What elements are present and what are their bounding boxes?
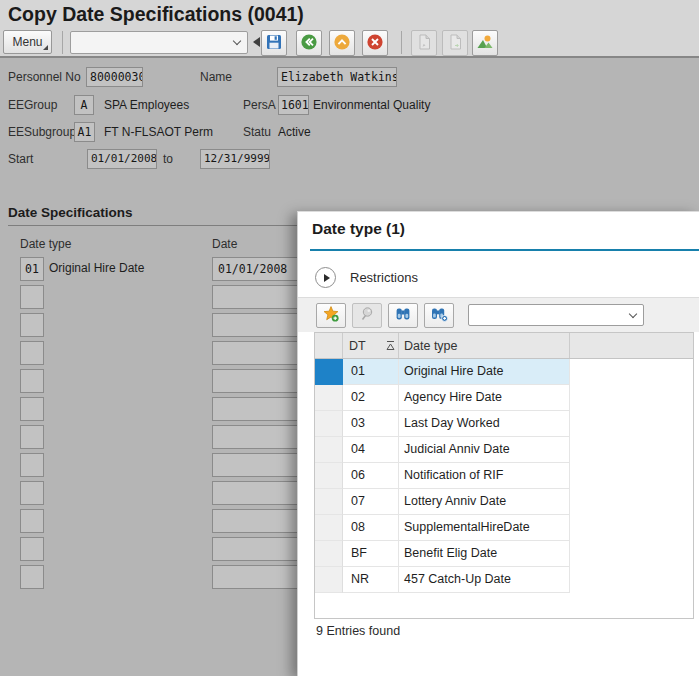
- date-type-code-field[interactable]: [20, 509, 44, 533]
- date-type-table-header: DT Date type: [315, 333, 693, 359]
- ee-subgroup-text: FT N-FLSAOT Perm: [104, 122, 213, 142]
- row-selector-cell[interactable]: [315, 437, 343, 463]
- value-help-toolbar: [298, 297, 699, 332]
- date-type-column-header[interactable]: Date type: [399, 333, 570, 358]
- command-field[interactable]: [70, 31, 248, 54]
- date-type-code-field[interactable]: 01: [20, 257, 44, 281]
- add-to-personal-list-button[interactable]: [316, 303, 346, 328]
- row-selector-cell[interactable]: [315, 463, 343, 489]
- find-next-button[interactable]: [424, 303, 454, 328]
- date-type-option-row[interactable]: 01Original Hire Date: [315, 359, 693, 385]
- date-type-code-field[interactable]: [20, 397, 44, 421]
- collapse-toolbar-icon[interactable]: [253, 37, 260, 47]
- start-date-field[interactable]: 01/01/2008: [87, 149, 157, 169]
- end-date-field[interactable]: 12/31/9999: [200, 149, 270, 169]
- pers-a-field[interactable]: 1601: [278, 95, 309, 115]
- date-type-option-row[interactable]: BFBenefit Elig Date: [315, 541, 693, 567]
- dt-code-cell: 06: [343, 463, 399, 489]
- date-type-label-cell: Lottery Anniv Date: [399, 489, 570, 515]
- ee-group-field[interactable]: A: [74, 95, 94, 115]
- row-filler: [570, 411, 693, 437]
- ee-group-text: SPA Employees: [104, 95, 189, 115]
- date-type-column-label: Date type: [404, 339, 458, 353]
- date-type-label-cell: Last Day Worked: [399, 411, 570, 437]
- find-button[interactable]: [388, 303, 418, 328]
- date-type-option-row[interactable]: 04Judicial Anniv Date: [315, 437, 693, 463]
- row-filler: [570, 463, 693, 489]
- save-icon: [265, 33, 283, 54]
- date-type-option-row[interactable]: 07Lottery Anniv Date: [315, 489, 693, 515]
- expand-restrictions-button[interactable]: [315, 267, 336, 288]
- date-type-code-field[interactable]: [20, 369, 44, 393]
- remove-from-personal-list-button: [352, 303, 382, 328]
- dt-code-cell: NR: [343, 567, 399, 593]
- date-type-option-row[interactable]: 02Agency Hire Date: [315, 385, 693, 411]
- back-button[interactable]: [296, 30, 322, 56]
- dt-code-cell: 02: [343, 385, 399, 411]
- date-type-label-cell: Judicial Anniv Date: [399, 437, 570, 463]
- date-type-option-row[interactable]: 03Last Day Worked: [315, 411, 693, 437]
- toolbar-separator: [62, 31, 63, 54]
- dt-code-cell: BF: [343, 541, 399, 567]
- pin-icon: [358, 305, 376, 326]
- date-type-label-cell: Benefit Elig Date: [399, 541, 570, 567]
- personnel-no-field[interactable]: 80000030: [86, 67, 143, 87]
- pers-a-label: PersA: [243, 95, 276, 115]
- row-filler: [570, 489, 693, 515]
- back-icon: [300, 33, 318, 54]
- transfer-record-button: [442, 30, 468, 56]
- favorite-star-icon: [322, 305, 340, 326]
- date-type-table-body: 01Original Hire Date02Agency Hire Date03…: [315, 359, 693, 618]
- search-combo[interactable]: [468, 304, 644, 326]
- menu-corner-icon: [43, 45, 48, 50]
- row-filler: [570, 437, 693, 463]
- cancel-icon: [366, 33, 384, 54]
- ee-group-label: EEGroup: [8, 95, 57, 115]
- menu-button[interactable]: Menu: [3, 30, 52, 54]
- row-selector-cell[interactable]: [315, 567, 343, 593]
- date-type-code-field[interactable]: [20, 453, 44, 477]
- date-type-code-field[interactable]: [20, 285, 44, 309]
- exit-button[interactable]: [329, 30, 355, 56]
- date-type-code-field[interactable]: [20, 425, 44, 449]
- name-field[interactable]: Elizabeth Watkins: [277, 67, 397, 87]
- date-type-code-field[interactable]: [20, 537, 44, 561]
- overview-button[interactable]: [472, 30, 498, 56]
- date-type-option-row[interactable]: 08SupplementalHireDate: [315, 515, 693, 541]
- date-type-label-cell: SupplementalHireDate: [399, 515, 570, 541]
- date-type-code-field[interactable]: [20, 565, 44, 589]
- row-selector-cell[interactable]: [315, 515, 343, 541]
- chevron-down-icon: [629, 310, 637, 318]
- binoculars-plus-icon: [430, 305, 448, 326]
- dt-code-cell: 08: [343, 515, 399, 541]
- toolbar-separator: [401, 31, 402, 54]
- dialog-title-rule: [310, 249, 699, 251]
- row-selector-cell[interactable]: [315, 411, 343, 437]
- exit-icon: [333, 33, 351, 54]
- date-type-code-field[interactable]: [20, 313, 44, 337]
- header-filler: [570, 333, 693, 358]
- row-selector-cell[interactable]: [315, 489, 343, 515]
- date-type-option-row[interactable]: NR457 Catch-Up Date: [315, 567, 693, 593]
- dt-column-header[interactable]: DT: [343, 333, 399, 358]
- sap-window: Copy Date Specifications (0041) Menu: [0, 0, 699, 676]
- titlebar: Copy Date Specifications (0041) Menu: [0, 0, 699, 58]
- date-type-code-field[interactable]: [20, 341, 44, 365]
- row-selector-cell[interactable]: [315, 541, 343, 567]
- restrictions-label: Restrictions: [350, 270, 418, 285]
- row-filler: [570, 541, 693, 567]
- status-label: Statu: [243, 122, 271, 142]
- date-type-value-help-dialog: Date type (1) Restrictions: [297, 211, 699, 676]
- date-type-option-row[interactable]: 06Notification of RIF: [315, 463, 693, 489]
- row-selector-cell[interactable]: [315, 385, 343, 411]
- pers-a-text: Environmental Quality: [313, 95, 430, 115]
- date-type-code-field[interactable]: [20, 481, 44, 505]
- dt-code-cell: 04: [343, 437, 399, 463]
- date-specifications-title: Date Specifications: [8, 205, 133, 220]
- to-label: to: [163, 149, 173, 169]
- cancel-button[interactable]: [362, 30, 388, 56]
- dt-code-cell: 03: [343, 411, 399, 437]
- ee-subgroup-field[interactable]: A1: [74, 122, 95, 142]
- save-button[interactable]: [261, 30, 287, 56]
- row-selector-cell[interactable]: [315, 359, 343, 385]
